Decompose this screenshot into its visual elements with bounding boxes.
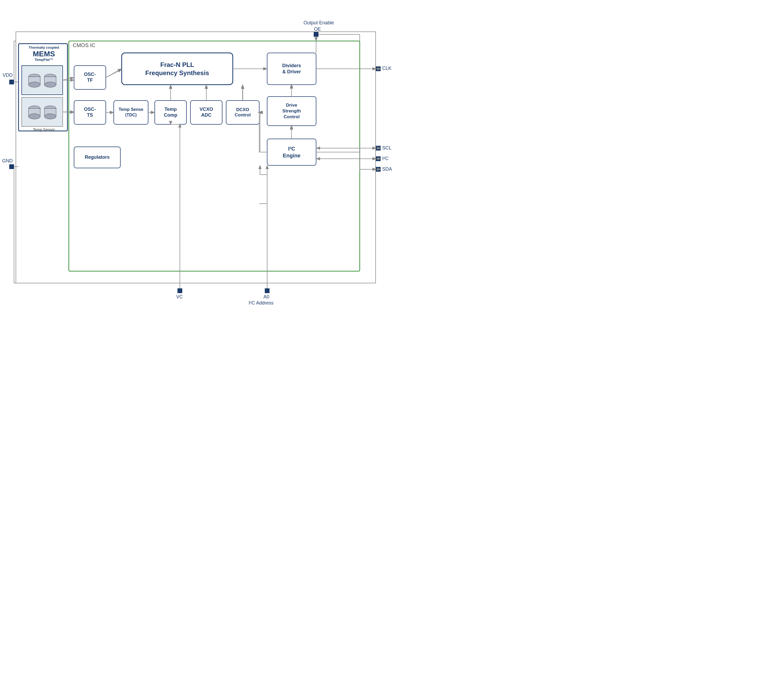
mems-big-label: MEMS [22,50,66,58]
pin-scl-square [376,146,381,151]
pin-sda-label: SDA [382,167,392,172]
block-regulators: Regulators [74,147,120,168]
svg-line-73 [63,112,74,112]
pin-a0-label: A0 [263,294,269,300]
pin-vdd-label: VDD [3,72,13,78]
block-i2c-engine: I²CEngine [267,139,316,165]
pin-scl-label: SCL [382,145,392,151]
pin-vc-label: VC [176,294,183,300]
pin-oe-enable-label: Output Enable [288,20,349,26]
pin-gnd-label: GND [2,158,13,164]
svg-point-59 [44,114,56,119]
resonator-bottom-icon [24,99,61,124]
block-dividers: Dividers& Driver [267,53,316,85]
block-drive-strength: DriveStrengthControl [267,97,316,126]
temp-sensor-label: Temp Sensor [22,128,66,132]
pin-clk-square [376,66,381,71]
pin-oe-label: OE [310,26,325,32]
svg-line-72 [63,78,74,80]
block-temp-sense: Temp Sense(TDC) [114,101,148,124]
pin-i2c-label: I²C [382,156,389,161]
svg-line-74 [106,69,121,78]
pin-vdd-square [9,79,14,84]
pin-sda-square [376,167,381,172]
mems-tempflat-label: TempFlat™ [22,58,66,62]
pin-i2c-address-label: I²C Address [249,300,274,306]
block-temp-comp: TempComp [155,101,187,124]
block-vcxo-adc: VCXOADC [190,101,222,124]
pin-vc-square [177,288,182,293]
pin-gnd-square [9,164,14,169]
block-osc-tf: OSC-TF [74,65,106,89]
block-dcxo-control: DCXOControl [226,101,259,124]
svg-line-18 [106,70,121,78]
block-frac-pll: Frac-N PLLFrequency Synthesis [122,53,233,85]
pin-oe-square [314,32,319,37]
pin-clk-label: CLK [382,65,392,71]
pin-a0-square [265,288,269,293]
mems-thermally-label: Thermally coupled [22,45,66,50]
pin-i2c-square [376,156,381,161]
resonator-top-icon [24,67,61,93]
svg-point-56 [28,114,40,119]
block-osc-ts: OSC-TS [74,101,106,124]
svg-point-53 [44,82,56,87]
cmos-ic-label: CMOS IC [73,42,95,48]
diagram-container: Thermally coupled MEMS TempFlat™ Temp Se… [0,0,392,336]
svg-point-50 [28,82,40,87]
